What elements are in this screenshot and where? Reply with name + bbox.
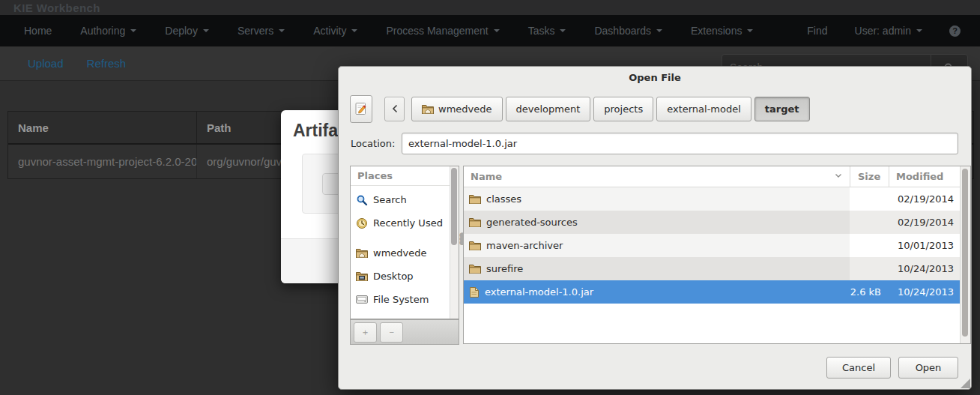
cell-file-modified: 10/01/2013 [889,234,961,257]
nav-item-label: Servers [238,25,273,37]
dialog-toolbar: wmedvededevelopmentprojectsexternal-mode… [350,94,960,124]
nav-item-extensions[interactable]: Extensions [677,25,767,37]
back-button[interactable] [384,97,405,121]
upload-button[interactable]: Upload [28,57,64,70]
breadcrumb-projects[interactable]: projects [593,97,653,121]
nav-item-label: Tasks [528,25,555,37]
caret-down-icon [279,29,285,35]
nav-user-label: User: admin [855,25,911,37]
app-brand: KIE Workbench [0,0,980,15]
home-folder-icon [422,104,434,114]
location-row: Location: [351,133,958,154]
dialog-title: Open File [339,67,971,87]
nav-item-authoring[interactable]: Authoring [66,25,151,37]
places-list: SearchRecently UsedwmedvedeDesktopFile S… [351,186,459,319]
nav-item-label: Dashboards [594,25,651,37]
cell-file-modified: 10/24/2013 [889,257,961,280]
caret-down-icon [351,29,357,35]
nav-find[interactable]: Find [807,25,827,37]
place-item-label: wmedvede [373,247,427,259]
home-folder-icon [356,248,368,258]
file-row-maven-archiver[interactable]: maven-archiver10/01/2013 [464,234,970,257]
add-place-button[interactable]: ＋ [354,322,377,343]
breadcrumb-external-model[interactable]: external-model [656,97,751,121]
column-header-size[interactable]: Size [850,166,889,187]
remove-place-button[interactable]: － [380,322,403,343]
cell-file-modified: 02/19/2014 [889,187,961,211]
nav-right: Find User: admin ? [807,25,961,37]
dialog-actions: Cancel Open [826,357,958,379]
breadcrumb-target[interactable]: target [754,97,810,121]
nav-user-menu[interactable]: User: admin [855,25,922,37]
refresh-button[interactable]: Refresh [87,57,127,70]
open-button[interactable]: Open [898,357,958,379]
file-list-scrollbar[interactable] [960,166,970,343]
column-header-name: Name [8,112,197,143]
place-item-label: Recently Used [373,217,443,229]
cell-file-size: 2.6 kB [850,280,889,304]
place-item-label: Search [373,194,407,205]
places-scrollbar[interactable] [450,166,459,319]
type-filename-button[interactable] [350,95,372,123]
resize-grip[interactable] [961,379,970,388]
place-item-search[interactable]: Search [351,188,459,211]
cell-file-modified: 02/19/2014 [889,211,961,234]
sort-descending-icon [835,173,842,178]
breadcrumb-wmedvede[interactable]: wmedvede [411,97,503,121]
cancel-button[interactable]: Cancel [826,357,891,379]
breadcrumb-label: projects [604,103,643,115]
file-row-surefire[interactable]: surefire10/24/2013 [464,257,970,280]
nav-item-deploy[interactable]: Deploy [151,25,223,37]
place-item-partial[interactable] [351,311,459,319]
place-item-wmedvede[interactable]: wmedvede [351,241,459,265]
place-item-label: File System [373,294,429,305]
caret-down-icon [203,29,209,35]
minus-icon: － [387,326,396,339]
file-list-pane: Name Size Modified classes02/19/2014gene… [463,166,971,344]
cell-file-modified: 10/24/2013 [889,280,961,304]
location-input[interactable] [402,133,958,154]
nav-item-label: Deploy [165,25,198,37]
breadcrumb-label: development [516,103,581,115]
nav-item-dashboards[interactable]: Dashboards [580,25,677,37]
file-list-header: Name Size Modified [464,166,970,187]
places-edit-bar: ＋ － [350,319,459,345]
file-row-external-model-1-0-jar[interactable]: external-model-1.0.jar2.6 kB10/24/2013 [464,280,970,304]
column-header-modified[interactable]: Modified [889,166,961,187]
pane-resize-handle[interactable]: ●●● [459,233,462,263]
help-icon[interactable]: ? [949,25,961,37]
cell-file-name: classes [464,187,850,211]
place-item-desktop[interactable]: Desktop [351,265,459,288]
folder-icon [469,264,481,274]
nav-item-tasks[interactable]: Tasks [514,25,581,37]
file-rows: classes02/19/2014generated-sources02/19/… [464,187,970,304]
nav-item-process-management[interactable]: Process Management [372,25,513,37]
nav-item-servers[interactable]: Servers [223,25,299,37]
places-header: Places [351,166,459,186]
desktop-icon [356,271,368,281]
drive-icon [356,295,368,304]
caret-down-icon [494,29,500,35]
nav-item-label: Activity [313,25,346,37]
caret-down-icon [560,29,566,35]
file-row-generated-sources[interactable]: generated-sources02/19/2014 [464,211,970,234]
nav-item-home[interactable]: Home [10,25,66,37]
nav-item-label: Authoring [80,25,125,37]
clock-icon [356,217,368,229]
file-row-classes[interactable]: classes02/19/2014 [464,187,970,211]
nav-item-activity[interactable]: Activity [299,25,372,37]
nav-items: HomeAuthoringDeployServersActivityProces… [10,25,767,37]
column-header-name[interactable]: Name [464,166,850,187]
cell-file-name: generated-sources [464,211,850,234]
place-item-file-system[interactable]: File System [351,288,459,311]
cell-file-size [850,211,889,234]
caret-down-icon [656,29,662,35]
breadcrumb-development[interactable]: development [506,97,591,121]
chevron-left-icon [391,104,399,113]
breadcrumb-label: target [765,103,799,115]
cell-file-size [850,234,889,257]
file-name-label: classes [486,193,521,205]
place-item-recently-used[interactable]: Recently Used [351,211,459,235]
file-name-label: surefire [486,263,523,274]
cell-file-size [850,257,889,280]
